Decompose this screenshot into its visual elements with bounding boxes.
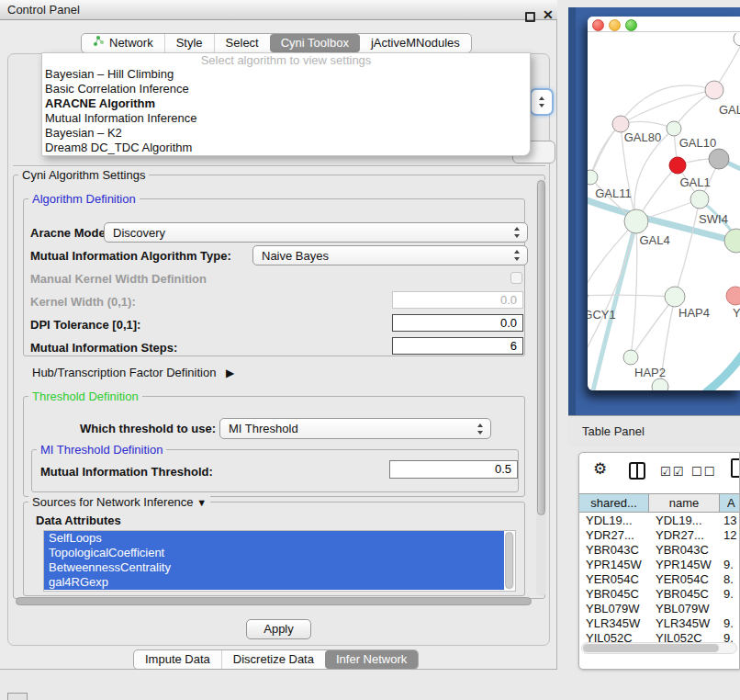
table-row[interactable]: YLR345WYLR345W9. <box>579 616 739 631</box>
select-all-checkboxes-icon[interactable]: ☑☑ <box>660 465 685 479</box>
dropdown-item[interactable]: Basic Correlation Inference <box>42 82 530 96</box>
dock-panel-icon[interactable] <box>7 693 28 700</box>
node-swi4[interactable] <box>724 229 740 253</box>
tab-select[interactable]: Select <box>214 34 270 52</box>
node-partial-top[interactable] <box>734 33 740 46</box>
node-gal4[interactable] <box>624 209 648 233</box>
tab-discretize-data[interactable]: Discretize Data <box>221 650 325 669</box>
mi-steps-field[interactable]: 6 <box>392 337 523 355</box>
which-threshold-select[interactable]: MI Threshold <box>219 418 491 439</box>
node-y-partial[interactable] <box>726 287 740 305</box>
dpi-tolerance-field[interactable]: 0.0 <box>392 314 523 332</box>
tab-jactivemnodules[interactable]: jActiveMNodules <box>360 34 471 52</box>
mi-type-select[interactable]: Naive Bayes <box>252 245 528 265</box>
tab-style[interactable]: Style <box>164 34 214 52</box>
node-label: GAL <box>719 103 740 117</box>
group-title: Cyni Algorithm Settings <box>18 168 149 182</box>
node-gal-partial[interactable] <box>705 81 723 99</box>
tab-label: Select <box>226 34 259 52</box>
tab-impute-data[interactable]: Impute Data <box>134 650 221 669</box>
node-gray[interactable] <box>709 149 729 169</box>
tab-cyni-toolbox[interactable]: Cyni Toolbox <box>270 34 360 52</box>
cell: YPR145W <box>579 558 649 572</box>
list-item[interactable]: BetweennessCentrality <box>44 560 504 575</box>
aracne-mode-select[interactable]: Discovery <box>104 222 528 243</box>
minimize-traffic-light[interactable] <box>609 19 621 31</box>
manual-kernel-label: Manual Kernel Width Definition <box>30 272 207 286</box>
kernel-width-field[interactable]: 0.0 <box>392 291 523 309</box>
table-row[interactable]: YDR27...YDR27...12 <box>579 528 739 543</box>
tab-network[interactable]: Network <box>82 34 164 52</box>
list-item[interactable]: SelfLoops <box>44 531 504 546</box>
cell: 13 <box>720 514 739 528</box>
cell: YBL079W <box>649 602 720 616</box>
table-row[interactable]: YBR043CYBR043C <box>579 543 739 558</box>
vertical-scrollbar[interactable] <box>536 178 546 596</box>
dropdown-item[interactable]: Bayesian – Hill Climbing <box>42 67 530 82</box>
dropdown-item-aracne[interactable]: ARACNE Algorithm <box>42 96 530 111</box>
table-row[interactable]: YDL19...YDL19...13 <box>579 514 739 528</box>
stepper-icon <box>514 250 521 261</box>
node-gal1[interactable] <box>690 190 709 209</box>
scrollbar-thumb[interactable] <box>537 180 545 515</box>
node-red[interactable] <box>669 157 686 174</box>
split-columns-icon[interactable] <box>629 462 645 480</box>
group-title: Threshold Definition <box>28 390 142 403</box>
tab-infer-network[interactable]: Infer Network <box>325 650 418 669</box>
selected-value: Discovery <box>113 223 165 243</box>
node-label: Y <box>733 306 740 320</box>
cell: YLR345W <box>649 616 720 631</box>
table-row[interactable]: YBR045CYBR045C9. <box>579 587 739 602</box>
table-body: YDL19...YDL19...13 YDR27...YDR27...12 YB… <box>579 514 739 646</box>
list-scrollbar[interactable] <box>505 532 514 590</box>
dropdown-item[interactable]: Bayesian – K2 <box>42 126 530 141</box>
network-view-window[interactable]: GAL80 GAL10 GAL GAL11 GAL1 SWI4 GAL4 GCY… <box>588 17 740 390</box>
scrollbar-thumb[interactable] <box>505 532 513 589</box>
manual-kernel-checkbox[interactable] <box>510 272 522 284</box>
cyni-algorithm-settings-group: Cyni Algorithm Settings Algorithm Defini… <box>13 175 545 599</box>
hub-definition-label: Hub/Transcription Factor Definition <box>32 366 216 379</box>
document-icon[interactable] <box>731 458 740 478</box>
algorithm-combo-focused-fragment[interactable] <box>530 88 554 116</box>
hub-definition-toggle[interactable]: Hub/Transcription Factor Definition ▶ <box>32 366 234 379</box>
node-partial-bottom[interactable] <box>652 378 668 390</box>
table-panel-header: Table Panel <box>568 415 740 446</box>
stepper-icon <box>477 423 484 435</box>
tab-label: Cyni Toolbox <box>281 34 349 52</box>
float-window-icon[interactable] <box>525 12 535 22</box>
column-header-shared[interactable]: shared... <box>579 494 649 512</box>
dropdown-item[interactable]: Mutual Information Inference <box>42 111 530 126</box>
node-label: GCY1 <box>588 308 616 322</box>
cell: YER054C <box>649 572 720 587</box>
group-title: Algorithm Definition <box>28 192 140 206</box>
horizontal-scrollbar[interactable] <box>16 597 532 605</box>
close-traffic-light[interactable] <box>592 19 604 31</box>
mi-threshold-field[interactable]: 0.5 <box>389 460 518 479</box>
dropdown-item[interactable]: Dream8 DC_TDC Algorithm <box>42 141 530 155</box>
cell: YBR045C <box>579 587 649 602</box>
sources-toggle[interactable]: Sources for Network Inference ▼ <box>28 495 210 510</box>
node-hap2[interactable] <box>623 350 638 365</box>
deselect-checkboxes-icon[interactable]: ☐☐ <box>691 465 716 479</box>
node-gal11[interactable] <box>588 170 598 185</box>
apply-button[interactable]: Apply <box>246 619 311 639</box>
network-window-titlebar[interactable] <box>588 17 740 32</box>
list-item[interactable]: gal4RGexp <box>44 575 504 590</box>
gear-icon[interactable]: ⚙ <box>593 459 607 479</box>
table-row[interactable]: YER054CYER054C8. <box>579 572 739 587</box>
column-header-name[interactable]: name <box>649 494 720 512</box>
column-header-partial[interactable]: A <box>720 494 739 512</box>
table-row[interactable]: YPR145WYPR145W9. <box>579 558 739 572</box>
table-horizontal-scrollbar[interactable] <box>581 642 737 654</box>
node-gal10[interactable] <box>667 121 681 136</box>
scrollbar-thumb[interactable] <box>583 644 719 652</box>
collapse-arrow-icon[interactable]: ▼ <box>196 497 207 508</box>
network-canvas[interactable]: GAL80 GAL10 GAL GAL11 GAL1 SWI4 GAL4 GCY… <box>588 33 740 390</box>
close-icon[interactable]: ✕ <box>543 7 554 22</box>
expand-arrow-icon[interactable]: ▶ <box>226 367 234 379</box>
table-row[interactable]: YBL079WYBL079W <box>579 602 739 616</box>
node-hap4[interactable] <box>665 287 685 307</box>
list-item[interactable]: TopologicalCoefficient <box>44 546 504 560</box>
sources-group: Sources for Network Inference ▼ Data Att… <box>23 502 525 596</box>
zoom-traffic-light[interactable] <box>625 19 637 31</box>
